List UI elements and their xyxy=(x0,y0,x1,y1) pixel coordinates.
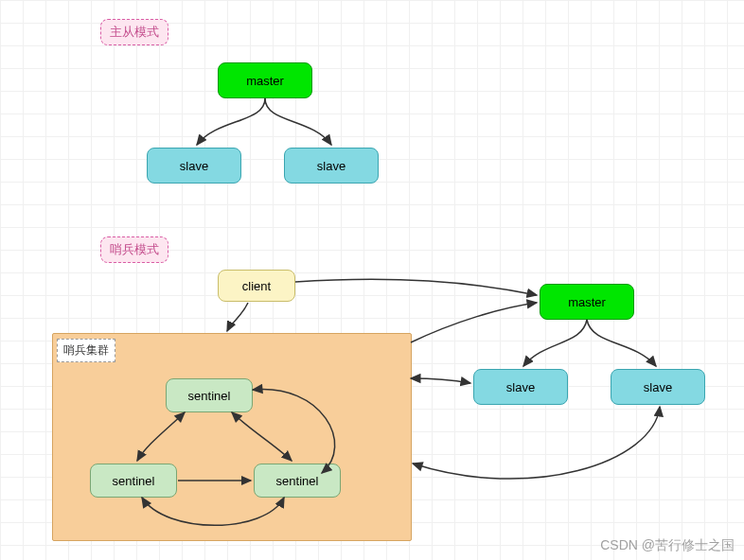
node-master-2: master xyxy=(540,284,634,320)
label-sentinel-mode: 哨兵模式 xyxy=(100,236,168,263)
node-sentinel-3: sentinel xyxy=(254,464,341,498)
node-slave-1b: slave xyxy=(284,148,379,184)
node-slave-1a: slave xyxy=(147,148,241,184)
label-master-slave-mode: 主从模式 xyxy=(100,19,168,45)
node-slave-2a: slave xyxy=(473,369,568,405)
node-master-1: master xyxy=(218,62,312,98)
sentinel-cluster-box xyxy=(52,333,412,541)
node-sentinel-2: sentinel xyxy=(90,464,177,498)
label-sentinel-cluster: 哨兵集群 xyxy=(57,339,115,362)
watermark: CSDN @苦行修士之国 xyxy=(600,537,735,554)
node-slave-2b: slave xyxy=(611,369,705,405)
node-sentinel-1: sentinel xyxy=(166,378,253,412)
node-client: client xyxy=(218,270,295,302)
